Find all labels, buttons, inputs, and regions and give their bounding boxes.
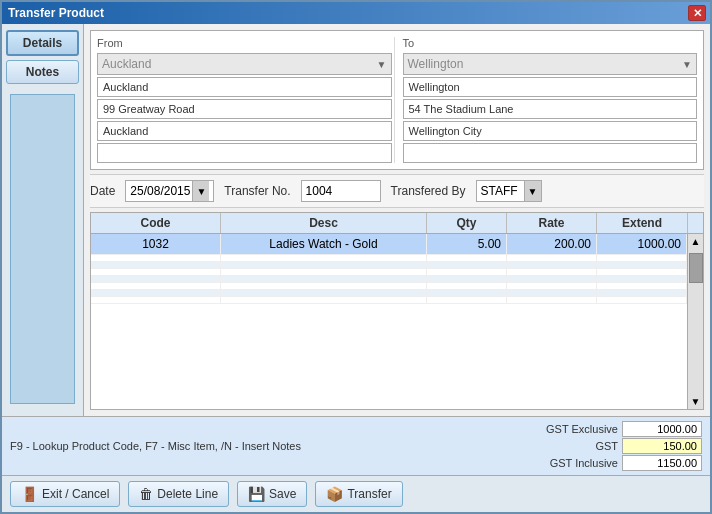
table-row[interactable] [91, 297, 687, 304]
table-row[interactable] [91, 283, 687, 290]
table-header: Code Desc Qty Rate Extend [91, 213, 703, 234]
from-city-dropdown[interactable]: Auckland ▼ [97, 53, 392, 75]
date-label: Date [90, 184, 115, 198]
left-panel: Details Notes [2, 24, 84, 416]
total-row: GST Exclusive1000.00 [528, 421, 702, 437]
from-addr2: 99 Greatway Road [97, 99, 392, 119]
to-addr1: Wellington [403, 77, 698, 97]
from-dropdown-arrow: ▼ [377, 59, 387, 70]
scroll-down-arrow[interactable]: ▼ [689, 394, 703, 409]
transfer-no-label: Transfer No. [224, 184, 290, 198]
table-body[interactable]: 1032Ladies Watch - Gold5.00200.001000.00 [91, 234, 687, 409]
table-row[interactable]: 1032Ladies Watch - Gold5.00200.001000.00 [91, 234, 687, 255]
to-dropdown-arrow: ▼ [682, 59, 692, 70]
from-column: From Auckland ▼ Auckland 99 Greatway Roa… [97, 37, 392, 163]
scroll-thumb[interactable] [689, 253, 703, 283]
header-rate: Rate [507, 213, 597, 233]
transfer-product-window: Transfer Product ✕ Details Notes From Au… [0, 0, 712, 514]
to-addr3: Wellington City [403, 121, 698, 141]
header-code: Code [91, 213, 221, 233]
scroll-header-spacer [687, 213, 703, 233]
header-extend: Extend [597, 213, 687, 233]
date-row: Date 25/08/2015 ▼ Transfer No. Transfere… [90, 174, 704, 208]
header-qty: Qty [427, 213, 507, 233]
delete-button[interactable]: 🗑Delete Line [128, 481, 229, 507]
table-row[interactable] [91, 269, 687, 276]
action-bar: 🚪Exit / Cancel🗑Delete Line💾Save📦Transfer [2, 475, 710, 512]
total-row: GST Inclusive1150.00 [528, 455, 702, 471]
transferred-by-label: Transfered By [391, 184, 466, 198]
product-table: Code Desc Qty Rate Extend 1032Ladies Wat… [90, 212, 704, 410]
transfer-button[interactable]: 📦Transfer [315, 481, 402, 507]
main-panel: From Auckland ▼ Auckland 99 Greatway Roa… [84, 24, 710, 416]
from-addr1: Auckland [97, 77, 392, 97]
transfer-icon: 📦 [326, 486, 343, 502]
to-column: To Wellington ▼ Wellington 54 The Stadiu… [394, 37, 698, 163]
to-addr4 [403, 143, 698, 163]
header-desc: Desc [221, 213, 427, 233]
save-icon: 💾 [248, 486, 265, 502]
table-row[interactable] [91, 276, 687, 283]
tab-details[interactable]: Details [6, 30, 79, 56]
table-row[interactable] [91, 262, 687, 269]
transfer-no-input[interactable] [301, 180, 381, 202]
from-label: From [97, 37, 392, 49]
table-row[interactable] [91, 290, 687, 297]
tab-notes[interactable]: Notes [6, 60, 79, 84]
bottom-bar: F9 - Lookup Product Code, F7 - Misc Item… [2, 416, 710, 475]
from-addr3: Auckland [97, 121, 392, 141]
exit-icon: 🚪 [21, 486, 38, 502]
to-addr2: 54 The Stadium Lane [403, 99, 698, 119]
table-row[interactable] [91, 255, 687, 262]
from-to-section: From Auckland ▼ Auckland 99 Greatway Roa… [90, 30, 704, 170]
date-input[interactable]: 25/08/2015 ▼ [125, 180, 214, 202]
table-scrollbar[interactable]: ▲ ▼ [687, 234, 703, 409]
total-row: GST150.00 [528, 438, 702, 454]
content-area: Details Notes From Auckland ▼ Auckland 9… [2, 24, 710, 416]
to-label: To [403, 37, 698, 49]
scroll-up-arrow[interactable]: ▲ [689, 234, 703, 249]
delete-icon: 🗑 [139, 486, 153, 502]
transferred-by-dropdown[interactable]: STAFF ▼ [476, 180, 542, 202]
title-bar: Transfer Product ✕ [2, 2, 710, 24]
transferred-by-arrow[interactable]: ▼ [524, 181, 541, 201]
close-button[interactable]: ✕ [688, 5, 706, 21]
exit-button[interactable]: 🚪Exit / Cancel [10, 481, 120, 507]
notes-area [10, 94, 75, 404]
save-button[interactable]: 💾Save [237, 481, 307, 507]
from-addr4 [97, 143, 392, 163]
window-title: Transfer Product [8, 6, 104, 20]
date-arrow[interactable]: ▼ [192, 181, 209, 201]
to-city-dropdown[interactable]: Wellington ▼ [403, 53, 698, 75]
hints-text: F9 - Lookup Product Code, F7 - Misc Item… [10, 440, 301, 452]
table-body-wrapper: 1032Ladies Watch - Gold5.00200.001000.00… [91, 234, 703, 409]
totals-section: GST Exclusive1000.00GST150.00GST Inclusi… [528, 421, 702, 471]
